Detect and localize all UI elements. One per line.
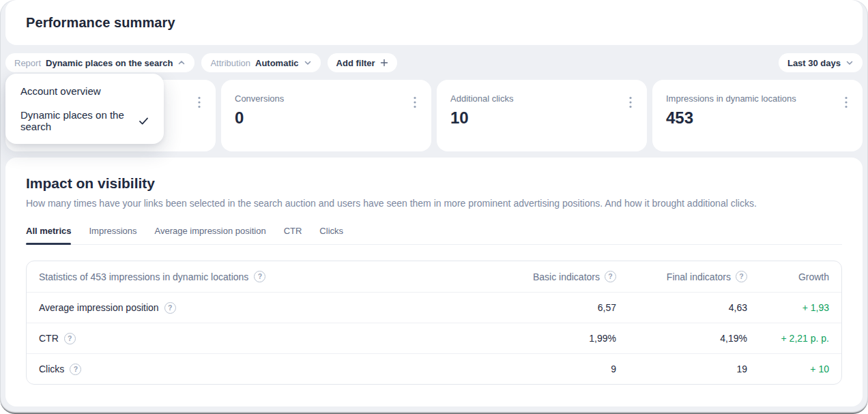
metric-card-value: 453 <box>666 108 849 128</box>
metric-card-value: 10 <box>450 108 633 128</box>
basic-value: 6,57 <box>507 302 616 313</box>
report-filter-pill[interactable]: Report Dynamic places on the search <box>5 53 194 72</box>
metric-card-value: 0 <box>235 108 418 128</box>
basic-value: 9 <box>507 364 616 374</box>
metric-card-impressions-dynamic: Impressions in dynamic locations 453 <box>652 80 863 151</box>
help-icon[interactable]: ? <box>70 364 81 375</box>
tab-ctr[interactable]: CTR <box>284 226 302 244</box>
attribution-filter-label: Attribution <box>210 58 250 68</box>
date-range-value: Last 30 days <box>787 58 841 68</box>
page-header: Performance summary <box>5 0 863 45</box>
section-title: Impact on visibility <box>26 175 842 192</box>
impact-on-visibility-section: Impact on visibility How many times have… <box>5 158 863 406</box>
page-title: Performance summary <box>26 15 175 31</box>
column-header-basic: Basic indicators <box>533 271 600 282</box>
chevron-down-icon <box>304 59 312 67</box>
report-filter-value: Dynamic places on the search <box>46 58 173 68</box>
metric-card-label: Conversions <box>235 93 418 104</box>
plus-icon <box>380 59 388 67</box>
final-value: 19 <box>616 364 747 374</box>
add-filter-label: Add filter <box>336 58 375 68</box>
basic-value: 1,99% <box>507 333 616 344</box>
metric-card-label: Impressions in dynamic locations <box>666 93 849 104</box>
help-icon[interactable]: ? <box>164 302 176 314</box>
attribution-filter-value: Automatic <box>255 58 299 68</box>
report-dropdown-menu: Account overview Dynamic places on the s… <box>5 74 164 144</box>
add-filter-button[interactable]: Add filter <box>328 53 397 72</box>
growth-value: + 10 <box>747 364 829 374</box>
row-metric-label: Clicks <box>39 364 64 374</box>
growth-value: + 2,21 p. p. <box>747 333 829 344</box>
report-filter-label: Report <box>14 58 41 68</box>
chevron-up-icon <box>177 59 186 67</box>
metric-card-label: Additional clicks <box>450 93 633 104</box>
menu-item-account-overview[interactable]: Account overview <box>5 79 164 103</box>
table-header-row: Statistics of 453 impressions in dynamic… <box>27 261 841 292</box>
kebab-menu-icon[interactable] <box>628 95 633 113</box>
final-value: 4,63 <box>616 302 747 313</box>
menu-item-dynamic-places[interactable]: Dynamic places on the search <box>5 103 164 138</box>
tab-all-metrics[interactable]: All metrics <box>26 226 71 244</box>
growth-value: + 1,93 <box>747 302 829 313</box>
tab-impressions[interactable]: Impressions <box>89 226 136 244</box>
table-row-ctr: CTR ? 1,99% 4,19% + 2,21 p. p. <box>27 323 841 353</box>
attribution-filter-pill[interactable]: Attribution Automatic <box>201 53 320 72</box>
tab-average-impression-position[interactable]: Average impression position <box>155 226 266 244</box>
metric-tabs: All metrics Impressions Average impressi… <box>26 226 842 245</box>
table-row-clicks: Clicks ? 9 19 + 10 <box>27 353 841 384</box>
help-icon[interactable]: ? <box>254 271 265 282</box>
row-metric-label: Average impression position <box>39 302 159 313</box>
table-row-average-impression-position: Average impression position ? 6,57 4,63 … <box>27 292 841 323</box>
kebab-menu-icon[interactable] <box>412 95 418 113</box>
menu-item-label: Dynamic places on the search <box>20 109 130 132</box>
menu-item-label: Account overview <box>20 85 101 97</box>
table-title: Statistics of 453 impressions in dynamic… <box>39 271 248 282</box>
column-header-final: Final indicators <box>667 271 731 282</box>
filter-bar: Report Dynamic places on the search Attr… <box>0 45 868 72</box>
metric-card-conversions: Conversions 0 <box>221 80 431 151</box>
chevron-down-icon <box>845 59 854 67</box>
metric-card-additional-clicks: Additional clicks 10 <box>437 80 647 151</box>
section-description: How many times have your links been sele… <box>26 198 842 209</box>
row-metric-label: CTR <box>39 333 59 344</box>
kebab-menu-icon[interactable] <box>843 95 849 113</box>
help-icon[interactable]: ? <box>605 271 616 282</box>
statistics-table: Statistics of 453 impressions in dynamic… <box>26 261 842 385</box>
tab-clicks[interactable]: Clicks <box>319 226 343 244</box>
date-range-pill[interactable]: Last 30 days <box>779 53 863 72</box>
check-icon <box>139 117 149 125</box>
help-icon[interactable]: ? <box>64 333 76 344</box>
column-header-growth: Growth <box>798 271 829 282</box>
kebab-menu-icon[interactable] <box>197 95 202 113</box>
help-icon[interactable]: ? <box>736 271 747 282</box>
final-value: 4,19% <box>616 333 747 344</box>
performance-summary-page: Performance summary Report Dynamic place… <box>0 0 868 414</box>
